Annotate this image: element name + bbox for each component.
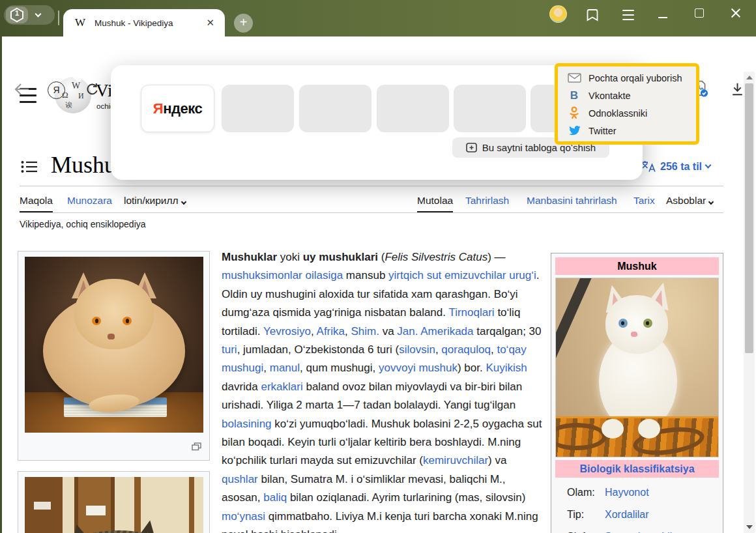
yandex-search-icon[interactable]: Я <box>48 81 65 99</box>
share-menu-item-odnoklassniki[interactable]: Odnoklassniki <box>558 104 696 122</box>
maximize-button[interactable] <box>695 8 704 18</box>
article-link[interactable]: erkaklari <box>261 381 302 393</box>
tab-tahrirlash[interactable]: Tahrirlash <box>465 195 509 212</box>
taxo-value-link[interactable]: Xordalilar <box>605 509 649 521</box>
tableau-tile-placeholder[interactable] <box>454 85 526 132</box>
taxobox: Mushuk Biologik klassifikatsiya Olam: <box>551 253 723 533</box>
tableau-tile-placeholder[interactable] <box>299 85 371 132</box>
article-link[interactable]: Afrika <box>317 325 345 338</box>
article-text: , <box>263 362 269 374</box>
vk-icon: B <box>566 89 582 102</box>
taxo-label: Olam: <box>555 487 605 498</box>
bookmarks-panel-icon[interactable] <box>586 7 600 23</box>
tab-munozara[interactable]: Munozara <box>67 195 112 212</box>
taxo-value-link[interactable]: Hayvonot <box>605 487 649 498</box>
article-text: , <box>491 343 497 356</box>
tab-variant-selector[interactable]: lotin/кирилл <box>124 195 186 212</box>
profile-avatar[interactable] <box>549 5 567 23</box>
tableau-tile-yandex[interactable]: Яндекс <box>141 85 214 132</box>
taxobox-row: Sinf: Sut emizuvchilar <box>555 526 719 533</box>
article-link[interactable]: kemiruvchilar <box>423 454 488 467</box>
article-link[interactable]: Kuyikish <box>486 362 527 374</box>
article-link[interactable]: Jan. Amerikada <box>397 325 473 338</box>
article-thumbnail-cat-on-book[interactable] <box>18 251 210 461</box>
article-text: ) bor. <box>458 362 486 374</box>
tab-maqola[interactable]: Maqola <box>20 195 53 212</box>
taxobox-row: Tip: Xordalilar <box>555 504 719 526</box>
share-menu-item-email[interactable]: Pochta orqali yuborish <box>558 69 696 87</box>
minimize-button[interactable] <box>658 17 667 18</box>
article-link[interactable]: Yevrosiyo <box>263 325 311 338</box>
article-link[interactable]: Tirnoqlari <box>448 306 494 319</box>
article-link[interactable]: qoraquloq <box>441 343 491 356</box>
new-tab-button[interactable]: + <box>234 14 253 33</box>
tableau-tile-placeholder[interactable] <box>222 85 294 132</box>
article-text: Mushuklar <box>222 251 277 263</box>
article-text: bilan oziqlanadi. Ayrim turlarining (mas… <box>287 491 525 504</box>
language-count-label: 256 ta til <box>660 161 702 173</box>
scrollbar-up-arrow[interactable] <box>746 76 753 79</box>
taxobox-title: Mushuk <box>555 257 719 275</box>
twitter-icon <box>566 124 582 137</box>
article-link[interactable]: qushlar <box>222 473 258 485</box>
tab-group-button[interactable]: 1 <box>4 5 55 25</box>
article-link[interactable]: turi <box>222 343 237 356</box>
cat-on-book-image <box>25 257 203 433</box>
article-text: va <box>379 325 397 338</box>
article-thumbnail-tabby-cat[interactable] <box>18 471 210 533</box>
yandex-logo-rest: ндекс <box>163 100 202 117</box>
share-menu-item-twitter[interactable]: Twitter <box>558 122 696 139</box>
share-menu-item-vkontakte[interactable]: B Vkontakte <box>558 87 696 104</box>
language-icon <box>641 160 656 173</box>
yandex-logo-ya: Я <box>153 100 163 117</box>
browser-tab[interactable]: W Mushuk - Vikipediya ✕ <box>63 9 225 36</box>
share-menu: Pochta orqali yuborish B Vkontakte Odnok… <box>555 63 699 145</box>
contents-icon[interactable] <box>21 160 38 176</box>
email-icon <box>566 73 582 83</box>
article-text: ) va <box>488 454 506 467</box>
article-link[interactable]: mushuksimonlar oilasiga <box>222 269 343 281</box>
title-divider <box>20 186 723 186</box>
enlarge-icon[interactable] <box>192 442 201 454</box>
tab-mutolaa[interactable]: Mutolaa <box>417 195 453 212</box>
article-link[interactable]: Shim. <box>351 325 379 338</box>
titlebar-separator <box>58 10 59 25</box>
tab-close-icon[interactable]: ✕ <box>203 17 217 29</box>
article-link[interactable]: silovsin <box>399 343 435 356</box>
article-link[interactable]: yirtqich sut emizuvchilar urugʻi <box>388 269 536 281</box>
kitten-image <box>555 278 719 457</box>
reload-icon[interactable] <box>84 81 100 98</box>
article-link[interactable]: bolasining <box>222 418 272 430</box>
article-text: uy mushuklari <box>303 251 378 263</box>
tab-tarix[interactable]: Tarix <box>633 195 655 212</box>
article-text: qimmatbaho. Liviya M.i kenja turi barcha… <box>222 510 538 533</box>
tabby-cat-image <box>25 477 203 533</box>
article-link[interactable]: baliq <box>263 491 287 504</box>
article-link[interactable]: moʻynasi <box>222 510 265 523</box>
chevron-down-icon <box>181 199 186 205</box>
scrollbar-down-arrow[interactable] <box>746 525 753 529</box>
tab-asboblar[interactable]: Asboblar <box>666 195 713 212</box>
tableau-tile-placeholder[interactable] <box>377 85 449 132</box>
add-tile-icon <box>466 143 477 152</box>
tab-group-badge: 1 <box>6 7 28 23</box>
close-window-button[interactable] <box>730 7 742 19</box>
taxobox-row: Olam: Hayvonot <box>555 482 719 504</box>
odnoklassniki-icon <box>566 106 582 120</box>
download-icon[interactable] <box>729 81 746 97</box>
article-link[interactable]: yovvoyi mushuk <box>379 362 458 374</box>
language-selector-button[interactable]: 256 ta til <box>641 160 710 173</box>
article-text: tarqalgan; 30 <box>474 325 542 338</box>
window-edge <box>0 36 2 533</box>
scrollbar-thumb[interactable] <box>745 83 753 353</box>
back-icon[interactable] <box>13 81 30 98</box>
article-text: yoki <box>277 251 303 263</box>
chevron-down-icon <box>705 162 712 169</box>
article-link[interactable]: manul <box>270 362 300 374</box>
taxo-label: Tip: <box>555 509 605 521</box>
browser-menu-icon[interactable] <box>622 10 634 23</box>
article-text: , jumladan, Oʻzbekistonda 6 turi ( <box>237 343 400 356</box>
tab-manbasini-tahrirlash[interactable]: Manbasini tahrirlash <box>527 195 617 212</box>
article-text: Felis Silvestris Catus <box>385 251 487 263</box>
chevron-down-icon[interactable] <box>35 11 42 18</box>
